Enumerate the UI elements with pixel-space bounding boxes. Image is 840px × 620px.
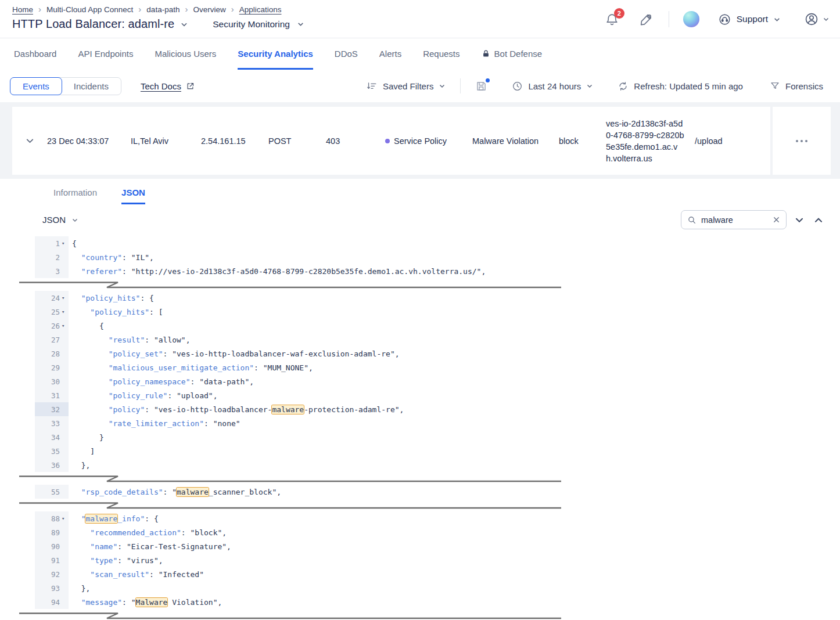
breadcrumb-separator-icon: › [185, 5, 188, 13]
code-text: } [69, 433, 104, 442]
code-text: "result": "allow", [69, 336, 191, 344]
save-filter-button[interactable] [475, 80, 487, 92]
line-gutter: 33 [35, 416, 69, 430]
search-match-highlight: malware [177, 488, 209, 496]
search-next-match-button[interactable] [793, 214, 806, 226]
event-type-dot-icon [385, 139, 390, 143]
line-number: 90 [51, 542, 60, 551]
search-prev-match-button[interactable] [812, 214, 825, 226]
ai-assistant-icon[interactable] [683, 11, 699, 27]
event-row[interactable]: 23 Dec 04:33:07 IL,Tel Aviv 2.54.161.15 … [12, 107, 770, 175]
line-number: 24 [51, 294, 60, 302]
line-gutter: 26▾ [35, 319, 69, 333]
line-gutter: 30 [35, 374, 69, 388]
breadcrumb-separator-icon: › [38, 5, 41, 13]
line-gutter: 32 [35, 402, 69, 416]
line-gutter: 93 [35, 581, 69, 595]
code-line: 24▾ "policy_hits": { [35, 291, 840, 305]
code-text: "policy_set": "ves-io-http-loadbalancer-… [69, 349, 400, 358]
code-text: "referer": "http://ves-io-2d138c3f-a5d0-… [69, 267, 486, 276]
notifications-bell-icon[interactable]: 2 [605, 12, 619, 27]
refresh-button[interactable]: Refresh: Updated 5 min ago [618, 81, 743, 92]
tech-docs-link[interactable]: Tech Docs [141, 81, 181, 91]
line-number: 34 [51, 433, 60, 442]
breadcrumb-namespace[interactable]: data-path [146, 5, 180, 14]
breadcrumb-applications[interactable]: Applications [239, 5, 282, 14]
fold-caret-icon[interactable]: ▾ [60, 323, 69, 329]
fold-caret-icon[interactable]: ▾ [60, 240, 69, 246]
tab-ddos[interactable]: DDoS [335, 38, 358, 70]
breadcrumb-multicloud[interactable]: Multi-Cloud App Connect [46, 5, 133, 14]
line-number: 55 [51, 488, 60, 496]
tab-dashboard[interactable]: Dashboard [14, 38, 56, 70]
row-actions-menu-icon[interactable] [792, 136, 811, 146]
json-format-select[interactable]: JSON [42, 215, 78, 225]
breadcrumb-overview[interactable]: Overview [193, 5, 225, 14]
code-line: 2 "country": "IL", [35, 250, 840, 264]
support-label: Support [737, 14, 768, 24]
line-gutter: 3 [35, 264, 69, 278]
code-line: 27 "result": "allow", [35, 333, 840, 347]
breadcrumb-separator-icon: › [138, 5, 141, 13]
code-text: "malware_info": { [69, 514, 159, 523]
collapsed-lines-fold[interactable] [19, 280, 563, 289]
forensics-button[interactable]: Forensics [770, 81, 823, 91]
events-toggle-button[interactable]: Events [10, 77, 62, 95]
code-text: "policy": "ves-io-http-loadbalancer-malw… [69, 405, 404, 414]
event-action: block [559, 136, 606, 146]
theme-brush-icon[interactable] [639, 12, 654, 27]
line-gutter: 35 [35, 444, 69, 458]
code-line: 36 }, [35, 458, 840, 472]
account-menu[interactable] [804, 12, 830, 27]
event-actions-cell [773, 107, 831, 175]
tab-json[interactable]: JSON [121, 188, 145, 204]
tab-information[interactable]: Information [53, 188, 97, 204]
event-response-code: 403 [326, 136, 385, 146]
line-number: 29 [51, 363, 60, 372]
tab-requests[interactable]: Requests [423, 38, 460, 70]
lb-select-chevron-down-icon[interactable] [180, 20, 188, 28]
search-clear-icon[interactable] [773, 216, 780, 224]
code-line: 3 "referer": "http://ves-io-2d138c3f-a5d… [35, 264, 840, 278]
saved-filters-dropdown[interactable]: Saved Filters [367, 81, 446, 92]
time-range-dropdown[interactable]: Last 24 hours [512, 81, 593, 92]
row-expand-chevron-icon[interactable] [12, 136, 47, 146]
code-line: 91 "type": "virus", [35, 553, 840, 567]
tab-bot-defense[interactable]: Bot Defense [482, 38, 543, 70]
line-number: 1 [55, 239, 60, 248]
line-gutter: 28 [35, 347, 69, 361]
breadcrumb-separator-icon: › [231, 5, 234, 13]
code-text: "name": "Eicar-Test-Signature", [69, 542, 231, 551]
code-text: }, [69, 461, 90, 470]
collapsed-lines-fold[interactable] [19, 474, 563, 483]
analytics-toolbar: Events Incidents Tech Docs Saved Filters [0, 70, 840, 102]
tab-api-endpoints[interactable]: API Endpoints [78, 38, 133, 70]
code-lines: 1▾{2 "country": "IL",3 "referer": "http:… [35, 236, 840, 620]
fold-caret-icon[interactable]: ▾ [60, 309, 69, 315]
account-avatar-icon [804, 12, 819, 27]
tab-alerts[interactable]: Alerts [379, 38, 401, 70]
json-search-input[interactable] [701, 215, 768, 225]
support-menu[interactable]: Support [718, 13, 781, 26]
fold-caret-icon[interactable]: ▾ [60, 295, 69, 301]
code-text: "rsp_code_details": "malware_scanner_blo… [69, 488, 281, 496]
search-match-highlight: malware [272, 405, 304, 414]
collapsed-lines-fold[interactable] [19, 500, 563, 510]
code-line: 29 "malicious_user_mitigate_action": "MU… [35, 361, 840, 374]
funnel-icon [770, 81, 780, 91]
tab-security-analytics[interactable]: Security Analytics [238, 38, 313, 70]
code-text: "rate_limiter_action": "none" [69, 419, 240, 428]
fold-caret-icon[interactable]: ▾ [60, 516, 69, 521]
json-controls-row: JSON [0, 204, 840, 229]
breadcrumb-home[interactable]: Home [12, 5, 33, 14]
collapsed-lines-fold[interactable] [19, 611, 563, 620]
monitoring-select[interactable]: Security Monitoring [213, 19, 304, 30]
tab-malicious-users[interactable]: Malicious Users [155, 38, 216, 70]
search-match-highlight: Malware [136, 598, 168, 607]
code-text: "recommended_action": "block", [69, 528, 227, 537]
incidents-toggle-button[interactable]: Incidents [62, 78, 121, 95]
event-time: 23 Dec 04:33:07 [47, 136, 131, 146]
code-text: "policy_hits": [ [69, 308, 163, 316]
json-format-select-value: JSON [42, 215, 66, 225]
line-number: 30 [51, 377, 60, 386]
